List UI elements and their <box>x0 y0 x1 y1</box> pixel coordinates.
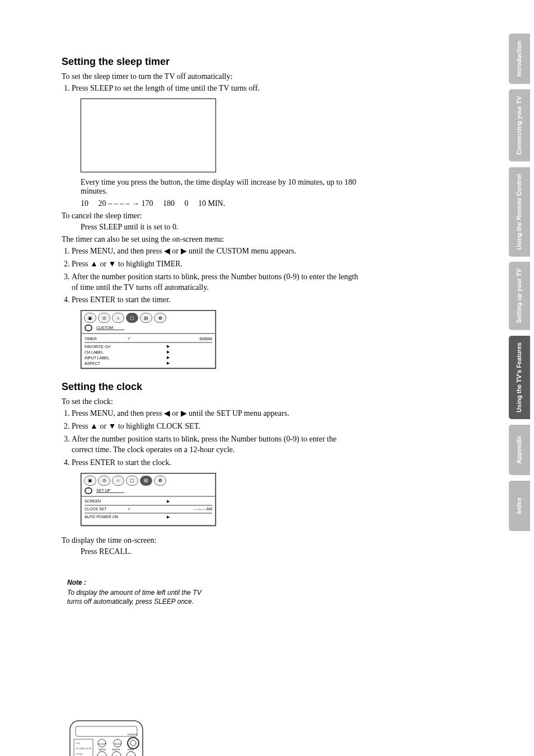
tab-appendix[interactable]: Appendix <box>509 425 530 475</box>
osd-tab-icon-active: ▤ <box>140 476 152 486</box>
osd-row-label: INPUT LABEL <box>85 356 124 360</box>
svg-text:SPORTS: SPORTS <box>112 748 120 751</box>
osd-tab-icon: ◎ <box>98 313 110 323</box>
clock-step-2: Press ▲ or ▼ to highlight CLOCK SET. <box>72 421 358 432</box>
svg-rect-1 <box>86 326 91 330</box>
onscreen-lead: The timer can also be set using the on-s… <box>62 235 358 244</box>
clock-step-1: Press MENU, and then press ◀ or ▶ until … <box>72 408 358 419</box>
check-icon: ✓ <box>124 336 135 341</box>
note-body: To display the amount of time left until… <box>67 588 213 606</box>
tab-index[interactable]: Index <box>509 481 530 531</box>
osd-category-icon <box>84 487 93 495</box>
osd-custom-menu: ▣ ◎ ⌂ ▢ ▤ ✿ CUSTOM TIMER✓0H00M FAVORITE … <box>81 310 216 369</box>
tab-features[interactable]: Using the TV's Features <box>509 336 530 419</box>
arrow-right-icon: ▶ <box>124 361 212 365</box>
osd-tab-icon: ◎ <box>98 476 110 486</box>
arrow-right-icon: ▶ <box>124 499 212 504</box>
arrow-right-icon: ▶ <box>124 355 212 360</box>
tab-remote[interactable]: Using the Remote Control <box>509 167 530 257</box>
check-icon: ✓ <box>124 507 135 511</box>
osd-row-value: 0H00M <box>135 337 212 341</box>
svg-text:SLEEP: SLEEP <box>115 743 122 745</box>
osd-tab-icon-active: ▢ <box>126 313 138 323</box>
sleep-step-1: Press SLEEP to set the length of time un… <box>72 83 358 94</box>
sleep-sequence: 10 20 – – – – → 170 180 0 10 MIN. <box>81 199 358 208</box>
os-step-1: Press MENU, and then press ◀ or ▶ until … <box>72 246 358 257</box>
note-sleep: Note : To display the amount of time lef… <box>67 579 213 606</box>
osd-tab-icon: ▢ <box>126 476 138 486</box>
os-step-2: Press ▲ or ▼ to highlight TIMER. <box>72 259 358 270</box>
tab-introduction[interactable]: Introduction <box>509 34 530 84</box>
arrow-right-icon: ▶ <box>124 515 212 519</box>
svg-text:•CABLE/SAT: •CABLE/SAT <box>76 747 91 750</box>
remote-control-illustration: •TV •CABLE/SAT •VCR •DVD •AUDIO1 •AUDIO2… <box>67 718 157 756</box>
osd-row-label: CLOCK SET <box>85 507 124 511</box>
osd-tab-icon: ▣ <box>84 313 96 323</box>
clock-step-4: Press ENTER to start the clock. <box>72 458 358 468</box>
osd-row-label: ASPECT <box>85 361 124 365</box>
svg-text:•VCR: •VCR <box>76 753 83 755</box>
tab-connecting[interactable]: Connecting your TV <box>509 90 530 162</box>
svg-text:•TV: •TV <box>76 742 81 745</box>
cancel-step: Press SLEEP until it is set to 0. <box>81 223 358 232</box>
osd-row-label: TIMER <box>85 337 124 341</box>
display-step: Press RECALL. <box>81 547 358 556</box>
side-nav-tabs: Introduction Connecting your TV Using th… <box>509 34 534 531</box>
osd-tab-icon: ⌂ <box>112 313 124 323</box>
osd-row-label: FAVORITE CH <box>85 345 124 349</box>
clock-step-3: After the number position starts to blin… <box>72 434 358 456</box>
osd-row-label: CH LABEL <box>85 350 124 354</box>
osd-tab-icon: ▤ <box>140 313 152 323</box>
osd-tab-icon: ✿ <box>154 313 166 323</box>
osd-tab-icon: ✿ <box>154 476 166 486</box>
os-step-4: Press ENTER to start the timer. <box>72 295 358 306</box>
osd-category-label: CUSTOM <box>96 326 124 330</box>
arrow-right-icon: ▶ <box>124 344 212 349</box>
svg-rect-3 <box>86 489 91 493</box>
osd-category-icon <box>84 324 93 332</box>
svg-text:MOVIE: MOVIE <box>99 748 106 751</box>
osd-category-label: SET UP <box>96 489 124 493</box>
cancel-lead: To cancel the sleep timer: <box>62 212 358 220</box>
svg-text:NEWS: NEWS <box>128 748 134 751</box>
section-title-clock: Setting the clock <box>62 381 358 393</box>
osd-row-label: SCREEN <box>85 499 124 503</box>
clock-intro: To set the clock: <box>62 397 358 406</box>
osd-setup-menu: ▣ ◎ ⌂ ▢ ▤ ✿ SET UP SCREEN▶ CLOCK SET✓– –… <box>81 473 216 526</box>
sleep-intro: To set the sleep timer to turn the TV of… <box>62 72 358 81</box>
osd-tab-icon: ▣ <box>84 476 96 486</box>
svg-text:POWER: POWER <box>128 733 138 736</box>
display-lead: To display the time on-screen: <box>62 536 358 545</box>
osd-row-label: AUTO POWER ON <box>85 515 124 519</box>
screen-illustration-placeholder <box>81 98 216 172</box>
svg-text:LIGHT: LIGHT <box>98 743 106 745</box>
sleep-after-box: Every time you press the button, the tim… <box>81 178 358 196</box>
os-step-3: After the number position starts to blin… <box>72 272 358 293</box>
note-title: Note : <box>67 579 213 586</box>
tab-setup[interactable]: Setting up your TV <box>509 262 530 330</box>
osd-row-value: – –:– – AM <box>135 507 212 511</box>
osd-tab-icon: ⌂ <box>112 476 124 486</box>
arrow-right-icon: ▶ <box>124 350 212 354</box>
section-title-sleep-timer: Setting the sleep timer <box>62 56 358 68</box>
